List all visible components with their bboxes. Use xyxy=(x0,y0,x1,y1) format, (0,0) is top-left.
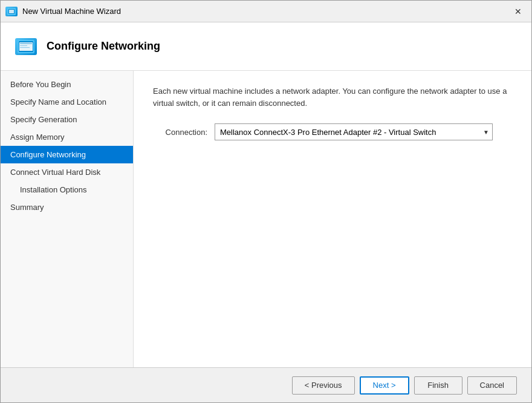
page-header: Configure Networking xyxy=(1,22,531,71)
header-icon xyxy=(15,38,37,55)
sidebar: Before You Begin Specify Name and Locati… xyxy=(1,71,134,367)
finish-button[interactable]: Finish xyxy=(414,376,462,395)
previous-button[interactable]: < Previous xyxy=(292,376,355,395)
sidebar-item-specify-name[interactable]: Specify Name and Location xyxy=(1,93,133,111)
sidebar-item-summary[interactable]: Summary xyxy=(1,198,133,216)
wizard-window: New Virtual Machine Wizard ✕ Configure N… xyxy=(0,0,532,403)
sidebar-item-specify-generation[interactable]: Specify Generation xyxy=(1,111,133,128)
svg-rect-6 xyxy=(20,43,32,44)
sidebar-item-configure-networking[interactable]: Configure Networking xyxy=(1,146,133,163)
svg-rect-7 xyxy=(20,45,27,46)
next-button[interactable]: Next > xyxy=(360,376,409,395)
connection-form-row: Connection: Mellanox ConnectX-3 Pro Ethe… xyxy=(153,123,512,140)
connection-select-wrapper: Mellanox ConnectX-3 Pro Ethernet Adapter… xyxy=(215,123,493,140)
content-area: Before You Begin Specify Name and Locati… xyxy=(1,71,531,367)
connection-select[interactable]: Mellanox ConnectX-3 Pro Ethernet Adapter… xyxy=(215,123,493,140)
title-bar: New Virtual Machine Wizard ✕ xyxy=(1,1,531,22)
close-button[interactable]: ✕ xyxy=(510,3,527,20)
sidebar-item-assign-memory[interactable]: Assign Memory xyxy=(1,128,133,146)
window-title: New Virtual Machine Wizard xyxy=(22,7,510,16)
connection-label: Connection: xyxy=(153,128,207,137)
description-text: Each new virtual machine includes a netw… xyxy=(153,85,512,109)
sidebar-item-connect-vhd[interactable]: Connect Virtual Hard Disk xyxy=(1,163,133,181)
footer: < Previous Next > Finish Cancel xyxy=(1,367,531,402)
main-content: Each new virtual machine includes a netw… xyxy=(134,71,531,367)
page-title: Configure Networking xyxy=(47,40,160,53)
window-icon xyxy=(5,7,18,16)
svg-rect-8 xyxy=(20,47,30,48)
cancel-button[interactable]: Cancel xyxy=(467,376,517,395)
sidebar-item-before-you-begin[interactable]: Before You Begin xyxy=(1,76,133,93)
svg-rect-2 xyxy=(9,10,14,13)
sidebar-item-installation-options[interactable]: Installation Options xyxy=(1,181,133,198)
